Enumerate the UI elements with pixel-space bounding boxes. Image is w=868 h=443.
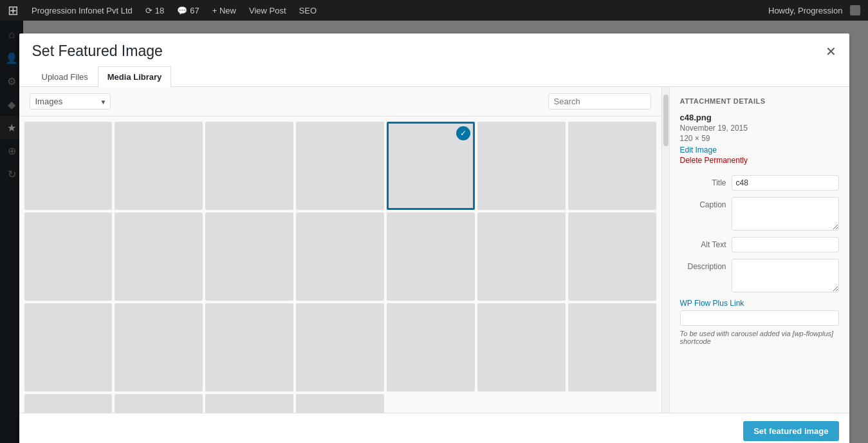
comments-count[interactable]: 💬 67 [174,0,201,21]
tab-media-library[interactable]: Media Library [98,66,172,87]
page-background: ⌂ 👤 ⚙ ◆ ★ ⊕ ↻ Set Featured Image ✕ Uploa… [0,21,868,443]
view-post-link[interactable]: View Post [246,0,289,21]
edit-image-link[interactable]: Edit Image [680,146,839,155]
description-field-row: Description [680,259,839,292]
media-item[interactable] [568,122,656,210]
media-item[interactable] [24,212,113,301]
modal-overlay: Set Featured Image ✕ Upload Files Media … [0,21,868,443]
title-input[interactable] [732,175,839,191]
title-field-row: Title [680,175,839,191]
media-item[interactable] [205,394,293,413]
modal-body: Images All Media Types Audio Video ▼ ✓ [19,87,849,413]
modal-close-button[interactable]: ✕ [826,45,836,58]
title-label: Title [680,175,726,187]
media-item[interactable]: ✓ [387,122,475,210]
media-item[interactable] [477,212,566,301]
attachment-date: November 19, 2015 [680,124,839,133]
search-input[interactable] [548,93,651,109]
media-item[interactable] [115,394,203,413]
media-item[interactable] [296,212,384,301]
media-grid-inner: ✓ [24,122,656,413]
new-button[interactable]: + New [210,0,239,21]
modal-title-row: Set Featured Image ✕ [32,44,836,59]
wp-flow-description: To be used with carousel added via [wp-f… [680,330,839,345]
media-item[interactable] [205,212,293,301]
modal-footer: Set featured image [19,413,849,443]
description-label: Description [680,259,726,271]
filter-select-wrapper: Images All Media Types Audio Video ▼ [30,93,111,109]
media-grid: ✓ [19,117,661,413]
modal-tabs: Upload Files Media Library [32,66,836,86]
filter-select[interactable]: Images All Media Types Audio Video [30,93,111,109]
alt-text-label: Alt Text [680,237,726,249]
seo-menu[interactable]: SEO [297,0,319,21]
media-item[interactable] [296,122,384,210]
media-toolbar: Images All Media Types Audio Video ▼ [19,87,661,117]
media-item[interactable] [24,303,113,391]
delete-permanently-link[interactable]: Delete Permanently [680,156,839,165]
wp-flow-link-label[interactable]: WP Flow Plus Link [680,299,839,308]
media-grid-area: Images All Media Types Audio Video ▼ ✓ [19,87,661,413]
media-item[interactable] [296,394,384,413]
set-featured-image-button[interactable]: Set featured image [743,421,838,441]
media-item[interactable] [387,212,475,301]
attachment-details-title: ATTACHMENT DETAILS [680,97,839,105]
alt-text-input[interactable] [732,237,839,252]
set-featured-image-modal: Set Featured Image ✕ Upload Files Media … [19,33,849,443]
alt-text-field-row: Alt Text [680,237,839,252]
media-item[interactable] [24,394,113,413]
media-item[interactable] [115,212,203,301]
scroll-thumb[interactable] [663,95,669,146]
admin-bar: ⊞ Progression Infonet Pvt Ltd ⟳ 18 💬 67 … [0,0,868,21]
attachment-dimensions: 120 × 59 [680,134,839,143]
media-item[interactable] [205,303,293,391]
attachment-filename: c48.png [680,113,839,122]
media-item[interactable] [568,303,656,391]
media-item[interactable] [205,122,293,210]
media-item[interactable] [568,212,656,301]
modal-header: Set Featured Image ✕ Upload Files Media … [19,33,849,87]
media-item[interactable] [115,303,203,391]
site-name[interactable]: Progression Infonet Pvt Ltd [29,0,135,21]
media-item[interactable] [387,303,475,391]
media-item[interactable] [115,122,203,210]
wp-flow-input[interactable] [680,310,839,326]
updates-count[interactable]: ⟳ 18 [143,0,167,21]
description-textarea[interactable] [732,259,839,292]
media-item[interactable] [477,303,566,391]
selected-checkmark-icon: ✓ [456,126,470,140]
attachment-details-panel: ATTACHMENT DETAILS c48.png November 19, … [669,87,849,413]
caption-label: Caption [680,197,726,209]
caption-textarea[interactable] [732,197,839,231]
media-item[interactable] [477,122,566,210]
media-item[interactable] [296,303,384,391]
wp-logo-icon[interactable]: ⊞ [5,0,21,21]
scrollbar[interactable] [661,87,669,413]
media-item[interactable] [24,122,113,210]
caption-field-row: Caption [680,197,839,231]
wp-flow-section: WP Flow Plus Link To be used with carous… [680,299,839,345]
avatar [850,5,860,15]
tab-upload-files[interactable]: Upload Files [32,66,98,87]
modal-title: Set Featured Image [32,44,163,59]
howdy-text: Howdy, Progression [766,0,863,21]
